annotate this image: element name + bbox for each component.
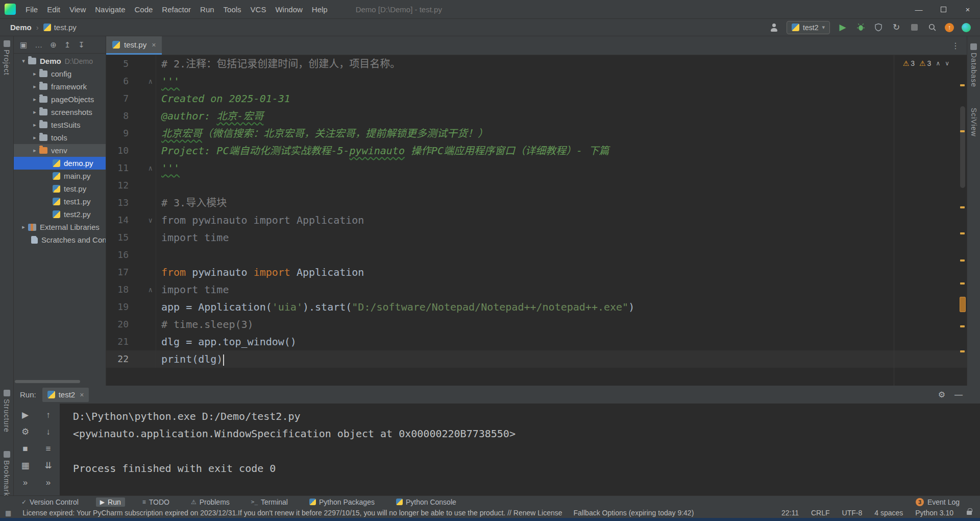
- fold-up-icon[interactable]: ∧: [133, 73, 156, 90]
- down-stack-icon[interactable]: ↓: [46, 427, 51, 437]
- bookmarks-stripe-tab[interactable]: Bookmarks: [0, 451, 13, 501]
- tree-item-test1-py[interactable]: test1.py: [14, 195, 106, 208]
- code-text[interactable]: from pywinauto import Application: [156, 211, 364, 229]
- menu-view[interactable]: View: [65, 5, 90, 14]
- chevron-right-icon[interactable]: ▸: [30, 96, 39, 103]
- tab-options-kebab-icon[interactable]: ⋮: [944, 36, 967, 55]
- run-config-select[interactable]: test2 ▾: [787, 21, 830, 34]
- status-encoding[interactable]: UTF-8: [842, 509, 863, 517]
- stripe-thumb[interactable]: [960, 297, 966, 312]
- code-text[interactable]: [156, 177, 161, 194]
- warning-stripe-mark[interactable]: [960, 325, 965, 327]
- view-options-icon[interactable]: ▣: [20, 40, 27, 50]
- update-notification-icon[interactable]: ↑: [945, 23, 954, 32]
- tree-item-scratches-and-con[interactable]: Scratches and Con: [14, 233, 106, 246]
- structure-stripe-tab[interactable]: Structure: [0, 390, 13, 433]
- run-button[interactable]: ▶: [838, 22, 848, 33]
- search-everywhere-button[interactable]: [927, 22, 937, 33]
- rerun-icon[interactable]: ▶: [22, 410, 29, 420]
- chevron-right-icon[interactable]: ▸: [19, 224, 28, 230]
- run-console[interactable]: D:\Python\python.exe D:/Demo/test2.py<py…: [60, 404, 980, 495]
- tree-item-pageobjects[interactable]: ▸pageObjects: [14, 93, 106, 106]
- warning-stripe-mark[interactable]: [960, 282, 965, 285]
- more-icon[interactable]: »: [23, 477, 28, 488]
- profiler-button[interactable]: ↻: [891, 22, 901, 33]
- toolwindow-python-packages[interactable]: Python Packages: [305, 498, 379, 507]
- code-text[interactable]: from pywinauto import Application: [156, 264, 364, 281]
- warning-stripe-mark[interactable]: [960, 84, 965, 86]
- user-icon[interactable]: [769, 22, 779, 33]
- status-interpreter[interactable]: Python 3.10: [915, 509, 953, 517]
- hide-panel-icon[interactable]: —: [954, 390, 963, 399]
- horizontal-scrollbar[interactable]: [15, 380, 80, 383]
- warning-stripe-mark[interactable]: [960, 259, 965, 262]
- close-icon[interactable]: ×: [80, 391, 84, 399]
- prev-problem-icon[interactable]: ∧: [936, 60, 940, 67]
- console-line[interactable]: <pywinauto.application.WindowSpecificati…: [73, 425, 980, 442]
- tree-item-testsuits[interactable]: ▸testSuits: [14, 119, 106, 131]
- collapse-all-icon[interactable]: ↧: [78, 40, 85, 50]
- status-cursor-position[interactable]: 22:11: [781, 509, 799, 517]
- toolwindow-version-control[interactable]: ✓Version Control: [17, 498, 83, 507]
- menu-vcs[interactable]: VCS: [246, 5, 271, 14]
- code-text[interactable]: # 3.导入模块: [156, 194, 227, 211]
- chevron-down-icon[interactable]: ▾: [19, 58, 28, 64]
- error-stripe[interactable]: [959, 55, 967, 386]
- close-button[interactable]: ×: [955, 0, 980, 19]
- menu-run[interactable]: Run: [195, 5, 219, 14]
- sciview-stripe-tab[interactable]: SciView: [967, 108, 980, 137]
- chevron-right-icon[interactable]: ▸: [30, 70, 39, 77]
- code-text[interactable]: dlg = app.top_window(): [156, 333, 297, 350]
- chevron-right-icon[interactable]: ▸: [30, 109, 39, 115]
- console-line[interactable]: D:\Python\python.exe D:/Demo/test2.py: [73, 408, 980, 425]
- code-text[interactable]: import time: [156, 281, 229, 298]
- toolwindow-terminal[interactable]: >_Terminal: [247, 498, 292, 507]
- project-stripe-tab[interactable]: Project: [0, 40, 13, 76]
- tree-item-demo[interactable]: ▾DemoD:\Demo: [14, 55, 106, 67]
- tree-item-test2-py[interactable]: test2.py: [14, 208, 106, 221]
- code-text[interactable]: ''': [156, 73, 180, 90]
- locate-file-icon[interactable]: ⊕: [50, 40, 57, 50]
- menu-edit[interactable]: Edit: [42, 5, 65, 14]
- soft-wrap-icon[interactable]: ≡: [46, 443, 51, 454]
- debug-button[interactable]: [855, 22, 866, 33]
- menu-refactor[interactable]: Refactor: [157, 5, 195, 14]
- minimize-button[interactable]: —: [906, 0, 931, 19]
- console-line[interactable]: Process finished with exit code 0: [73, 460, 980, 477]
- run-tab-test2[interactable]: test2 ×: [42, 388, 89, 402]
- inspections-widget[interactable]: ⚠3 ⚠3 ∧ ∨: [903, 59, 949, 67]
- console-line[interactable]: [73, 442, 980, 460]
- tree-item-venv[interactable]: ▸venv: [14, 144, 106, 157]
- more-icon[interactable]: »: [46, 477, 51, 488]
- more-options-icon[interactable]: …: [35, 40, 42, 49]
- menu-navigate[interactable]: Navigate: [90, 5, 130, 14]
- fallback-options-link[interactable]: Fallback Options (expiring today 9:42): [574, 509, 694, 517]
- scroll-to-end-icon[interactable]: ⇊: [44, 460, 52, 471]
- chevron-right-icon[interactable]: ▸: [30, 122, 39, 128]
- up-stack-icon[interactable]: ↑: [46, 410, 51, 420]
- warning-stripe-mark[interactable]: [960, 206, 965, 208]
- fold-up-icon[interactable]: ∧: [133, 281, 156, 298]
- read-only-lock-icon[interactable]: [967, 511, 972, 515]
- stop-button[interactable]: [909, 22, 919, 33]
- menu-file[interactable]: File: [21, 5, 42, 14]
- chevron-right-icon[interactable]: ▸: [30, 83, 39, 90]
- warnings-badge[interactable]: ⚠3: [903, 59, 915, 67]
- code-text[interactable]: app = Application('uia').start("D:/softw…: [156, 298, 634, 316]
- tree-item-config[interactable]: ▸config: [14, 67, 106, 80]
- settings-gear-icon[interactable]: ⚙: [938, 390, 945, 399]
- menu-tools[interactable]: Tools: [219, 5, 246, 14]
- chevron-right-icon[interactable]: ▸: [30, 147, 39, 154]
- tree-item-framework[interactable]: ▸framework: [14, 80, 106, 93]
- wrench-icon[interactable]: ⚙: [21, 427, 29, 437]
- code-text[interactable]: print(dlg): [156, 350, 224, 368]
- tree-item-screenshots[interactable]: ▸screenshots: [14, 106, 106, 119]
- menu-window[interactable]: Window: [271, 5, 307, 14]
- tree-item-test-py[interactable]: test.py: [14, 182, 106, 195]
- tool-window-quick-access-icon[interactable]: ▦: [5, 509, 11, 517]
- fold-up-icon[interactable]: ∧: [133, 159, 156, 177]
- code-text[interactable]: ''': [156, 159, 180, 177]
- tree-item-main-py[interactable]: main.py: [14, 170, 106, 182]
- code-text[interactable]: 北京宏哥（微信搜索：北京宏哥，关注宏哥，提前解锁更多测试干货！）: [156, 125, 488, 142]
- status-line-separator[interactable]: CRLF: [811, 509, 830, 517]
